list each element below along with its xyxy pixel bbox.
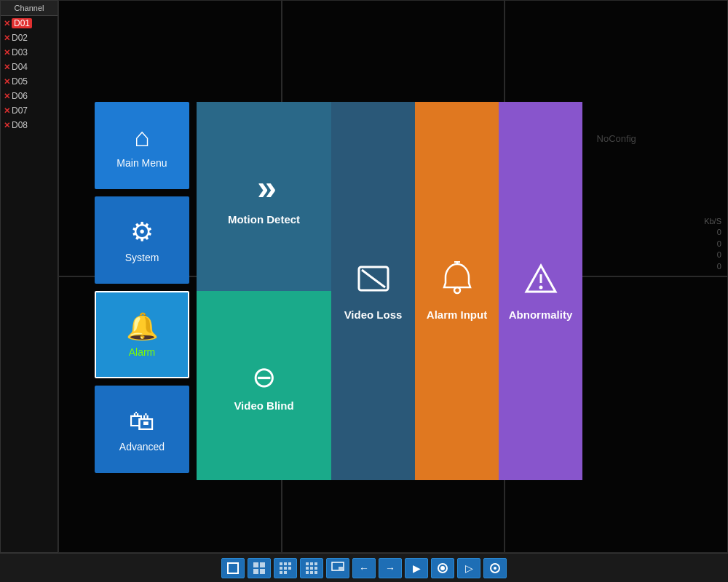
toolbar-btn-quad[interactable]	[248, 558, 271, 578]
channel-item-d06[interactable]: ✕ D06	[1, 89, 58, 103]
svg-rect-12	[280, 562, 282, 565]
svg-rect-22	[314, 562, 317, 565]
svg-rect-8	[253, 562, 258, 567]
playback-icon: ▷	[465, 562, 473, 574]
channel-item-d01[interactable]: ✕ D01	[1, 16, 58, 31]
toolbar-btn-play[interactable]: ▶	[405, 558, 428, 578]
bag-icon: 🛍	[129, 406, 155, 436]
tile-video-blind[interactable]: ⊖ Video Blind	[197, 291, 331, 480]
svg-rect-18	[280, 571, 282, 574]
motion-detect-icon: »	[257, 167, 271, 207]
channel-name: D04	[12, 62, 28, 72]
submenu-col4: Abnormality	[499, 102, 582, 480]
tile-video-loss[interactable]: Video Loss	[331, 102, 415, 480]
svg-rect-27	[310, 571, 313, 574]
svg-point-34	[494, 567, 496, 570]
menu-item-system[interactable]: ⚙ System	[95, 196, 189, 284]
channel-name: D05	[12, 76, 28, 87]
svg-rect-30	[339, 567, 343, 570]
toolbar-btn-record[interactable]	[431, 558, 454, 578]
toolbar-btn-single[interactable]	[221, 558, 245, 578]
channel-x-icon: ✕	[4, 33, 10, 43]
gear-icon: ⚙	[130, 217, 154, 247]
bell-icon: 🔔	[126, 311, 159, 342]
toolbar-btn-nine[interactable]	[300, 558, 323, 578]
menu-item-advanced[interactable]: 🛍 Advanced	[95, 386, 189, 473]
svg-rect-28	[314, 571, 317, 574]
menu-label-main-menu: Main Menu	[116, 157, 167, 169]
channel-item-d03[interactable]: ✕ D03	[1, 45, 58, 60]
bottom-toolbar: ← → ▶ ▷	[0, 553, 728, 582]
channel-sidebar: Channel ✕ D01 ✕ D02 ✕ D03 ✕ D04 ✕ D05 ✕ …	[0, 0, 58, 553]
tile-label-alarm-input: Alarm Input	[427, 308, 487, 321]
home-icon: ⌂	[134, 122, 150, 153]
svg-point-32	[440, 566, 445, 570]
svg-rect-14	[288, 562, 291, 565]
toolbar-btn-octo[interactable]	[274, 558, 297, 578]
svg-rect-9	[260, 562, 265, 567]
toolbar-btn-pip[interactable]	[326, 558, 349, 578]
submenu-col3: Alarm Input	[415, 102, 499, 480]
svg-rect-25	[314, 567, 317, 570]
abnormality-icon	[523, 261, 558, 303]
channel-name: D03	[12, 47, 28, 57]
tile-motion-detect[interactable]: » Motion Detect	[197, 102, 331, 291]
submenu-col2: Video Loss	[331, 102, 415, 480]
next-icon: →	[385, 562, 395, 574]
toolbar-btn-next[interactable]: →	[379, 558, 402, 578]
video-blind-icon: ⊖	[252, 360, 277, 394]
toolbar-btn-playback[interactable]: ▷	[457, 558, 480, 578]
svg-rect-7	[228, 563, 238, 573]
alarm-input-icon	[440, 261, 475, 303]
channel-x-icon: ✕	[4, 92, 10, 101]
video-loss-icon	[356, 261, 391, 303]
channel-item-d04[interactable]: ✕ D04	[1, 60, 58, 74]
channel-item-d02[interactable]: ✕ D02	[1, 31, 58, 45]
channel-name: D02	[12, 33, 28, 43]
tile-abnormality[interactable]: Abnormality	[499, 102, 582, 480]
svg-rect-24	[310, 567, 313, 570]
channel-item-d05[interactable]: ✕ D05	[1, 74, 58, 89]
left-menu: ⌂ Main Menu ⚙ System 🔔 Alarm 🛍 Advanced	[95, 102, 197, 480]
menu-label-alarm: Alarm	[129, 346, 156, 358]
channel-x-icon: ✕	[4, 19, 10, 28]
svg-rect-16	[284, 567, 287, 570]
menu-label-advanced: Advanced	[119, 441, 165, 453]
play-icon: ▶	[413, 562, 421, 574]
tile-alarm-input[interactable]: Alarm Input	[415, 102, 499, 480]
cell-info-3: Kb/S0000	[704, 216, 721, 272]
submenu-col1: » Motion Detect ⊖ Video Blind	[197, 102, 331, 480]
toolbar-btn-prev[interactable]: ←	[352, 558, 376, 578]
menu-overlay: ⌂ Main Menu ⚙ System 🔔 Alarm 🛍 Advanced …	[95, 102, 612, 480]
tile-label-abnormality: Abnormality	[509, 308, 573, 321]
svg-rect-21	[310, 562, 313, 565]
menu-item-main-menu[interactable]: ⌂ Main Menu	[95, 102, 189, 189]
channel-item-d07[interactable]: ✕ D07	[1, 103, 58, 118]
channel-x-icon: ✕	[4, 48, 10, 57]
prev-icon: ←	[359, 562, 369, 574]
tile-label-video-blind: Video Blind	[234, 399, 293, 412]
svg-rect-19	[284, 571, 287, 574]
channel-x-icon: ✕	[4, 63, 10, 72]
channel-x-icon: ✕	[4, 77, 10, 87]
channel-name: D07	[12, 105, 28, 116]
channel-name: D06	[12, 91, 28, 101]
svg-rect-20	[306, 562, 309, 565]
menu-label-system: System	[125, 252, 159, 263]
svg-point-6	[539, 286, 542, 290]
channel-x-icon: ✕	[4, 121, 10, 130]
svg-rect-15	[280, 567, 282, 570]
channel-name: D01	[12, 18, 32, 28]
svg-rect-10	[253, 569, 258, 574]
channel-x-icon: ✕	[4, 106, 10, 116]
svg-point-2	[454, 287, 460, 293]
sidebar-title: Channel	[1, 1, 58, 16]
channel-name: D08	[12, 120, 28, 130]
svg-rect-11	[260, 569, 265, 574]
toolbar-btn-snapshot[interactable]	[483, 558, 507, 578]
svg-rect-23	[306, 567, 309, 570]
right-submenu: » Motion Detect ⊖ Video Blind Video Loss	[197, 102, 612, 480]
svg-rect-17	[288, 567, 291, 570]
menu-item-alarm[interactable]: 🔔 Alarm	[95, 291, 189, 378]
channel-item-d08[interactable]: ✕ D08	[1, 118, 58, 132]
